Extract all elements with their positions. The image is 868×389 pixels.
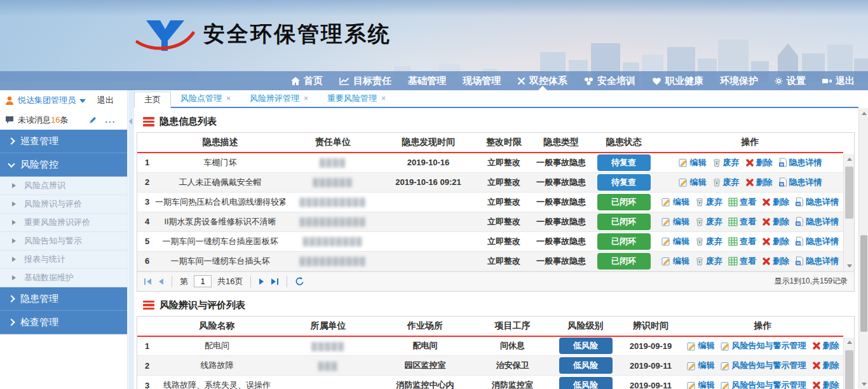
nav-item-dual[interactable]: 双控体系 (509, 71, 576, 90)
more-options-icon[interactable]: ... (105, 115, 116, 125)
delete-link[interactable]: 删除 (812, 360, 839, 371)
tab-风险辨评管理[interactable]: 风险辨评管理× (240, 90, 318, 107)
status-cell: 已闭环 (590, 251, 657, 271)
delete-link[interactable]: 删除 (745, 157, 773, 168)
view-link[interactable]: 查看 (728, 236, 756, 247)
status-badge: 低风险 (559, 377, 613, 389)
detail-link[interactable]: W隐患详情 (795, 196, 839, 208)
edit-link[interactable]: 编辑 (687, 340, 715, 351)
notice-link[interactable]: 风险告知与警示管理 (721, 340, 806, 351)
sidebar-item-重要风险辨识评价[interactable]: 重要风险辨识评价 (0, 214, 127, 232)
discard-link[interactable]: 废弃 (695, 216, 722, 228)
discard-icon (695, 256, 704, 266)
sidebar-item-基础数据维护[interactable]: 基础数据维护 (0, 269, 127, 287)
prev-page-button[interactable] (158, 278, 164, 285)
compose-pencil-icon[interactable] (88, 116, 97, 125)
discard-link[interactable]: 废弃 (695, 256, 722, 267)
delete-link[interactable]: 删除 (812, 379, 839, 389)
scroll-down-icon[interactable] (844, 261, 855, 271)
nav-item-home[interactable]: 首页 (283, 71, 331, 90)
next-page-button[interactable] (259, 278, 265, 285)
tab-重要风险管理[interactable]: 重要风险管理× (318, 90, 395, 107)
discard-link[interactable]: 废弃 (695, 196, 722, 208)
sidebar-item-报表与统计[interactable]: 报表与统计 (0, 250, 127, 269)
refresh-icon[interactable] (295, 276, 304, 286)
scrollbar-thumb[interactable] (845, 167, 853, 219)
nav-item-site[interactable]: 现场管理 (454, 71, 509, 90)
nav-item-target[interactable]: 目标责任 (331, 71, 400, 90)
last-page-button[interactable] (271, 278, 279, 285)
edit-link[interactable]: 编辑 (679, 177, 707, 188)
tab-close-icon[interactable]: × (304, 94, 308, 103)
nav-item-exit[interactable]: 退出 (814, 71, 863, 90)
delete-link[interactable]: 删除 (745, 177, 773, 188)
sidebar-item-风险辨识与评价[interactable]: 风险辨识与评价 (0, 195, 127, 214)
edit-link[interactable]: 编辑 (661, 196, 689, 208)
edit-link[interactable]: 编辑 (687, 379, 715, 389)
delete-link[interactable]: 删除 (762, 216, 789, 228)
discard-link[interactable]: 废弃 (712, 177, 740, 188)
page-scrollbar[interactable] (858, 108, 868, 389)
detail-link[interactable]: W隐患详情 (795, 236, 839, 247)
page-number-input[interactable] (194, 275, 212, 287)
sidebar-group-隐患管理[interactable]: 隐患管理 (0, 287, 127, 311)
first-page-button[interactable] (144, 278, 152, 285)
nav-item-env[interactable]: 环境保护 (712, 71, 766, 90)
scrollbar-thumb[interactable] (860, 235, 867, 332)
scrollbar-thumb[interactable] (845, 350, 853, 389)
nav-item-base[interactable]: 基础管理 (400, 71, 454, 90)
view-link[interactable]: 查看 (728, 256, 756, 267)
edit-link[interactable]: 编辑 (661, 216, 689, 228)
action-label: 编辑 (673, 236, 689, 247)
notice-link[interactable]: 风险告知与警示管理 (721, 379, 806, 389)
sidebar-group-巡查管理[interactable]: 巡查管理 (0, 130, 127, 153)
hazard-table-scrollbar[interactable] (843, 154, 854, 271)
delete-link[interactable]: 删除 (812, 340, 839, 351)
delete-link[interactable]: 删除 (762, 196, 789, 208)
detail-link[interactable]: W隐患详情 (778, 177, 822, 188)
tab-风险点管理[interactable]: 风险点管理× (171, 90, 240, 107)
chevron-down-icon (8, 160, 15, 167)
nav-item-training[interactable]: 安全培训 (576, 71, 644, 90)
discard-link[interactable]: 废弃 (712, 157, 740, 168)
status-badge: 待复查 (597, 154, 651, 171)
delete-link[interactable]: 删除 (762, 236, 789, 247)
sidebar-item-风险点辨识[interactable]: 风险点辨识 (0, 177, 127, 195)
edit-link[interactable]: 编辑 (687, 360, 715, 371)
scroll-up-icon[interactable] (844, 338, 855, 348)
scroll-up-icon[interactable] (844, 154, 855, 164)
delete-link[interactable]: 删除 (762, 256, 789, 267)
tab-close-icon[interactable]: × (226, 94, 231, 103)
detail-link[interactable]: W隐患详情 (795, 256, 839, 267)
redacted-text: ███ (318, 362, 339, 371)
sidebar-group-风险管控[interactable]: 风险管控 (0, 153, 127, 177)
sidebar-item-label: 报表与统计 (24, 254, 65, 265)
discard-link[interactable]: 废弃 (695, 236, 722, 247)
notice-link[interactable]: 风险告知与警示管理 (721, 360, 806, 371)
sidebar-group-检查管理[interactable]: 检查管理 (0, 311, 127, 334)
table-cell: 线路故障 (155, 356, 279, 376)
sidebar-logout-link[interactable]: 退出 (97, 95, 114, 106)
risk-table-scrollbar[interactable] (843, 338, 854, 389)
tab-主页[interactable]: 主页 (134, 92, 171, 108)
edit-link[interactable]: 编辑 (661, 256, 689, 267)
sidebar-item-风险告知与警示[interactable]: 风险告知与警示 (0, 232, 127, 250)
edit-link[interactable]: 编辑 (679, 157, 707, 168)
sidebar-group-label: 检查管理 (20, 317, 58, 329)
chevron-down-icon[interactable] (79, 99, 86, 103)
sidebar-collapse-handle[interactable] (128, 90, 134, 389)
view-icon (728, 257, 738, 266)
tab-close-icon[interactable]: × (381, 94, 386, 103)
unread-messages-label[interactable]: 未读消息16条 (18, 114, 68, 126)
detail-link[interactable]: W隐患详情 (795, 216, 839, 228)
action-label: 编辑 (673, 216, 689, 228)
nav-item-settings[interactable]: 设置 (766, 71, 814, 90)
nav-item-health[interactable]: 职业健康 (644, 71, 712, 90)
edit-link[interactable]: 编辑 (661, 236, 689, 247)
scroll-up-icon[interactable] (859, 108, 868, 118)
view-link[interactable]: 查看 (728, 216, 756, 228)
user-name[interactable]: 悦达集团管理员 (18, 95, 76, 106)
detail-link[interactable]: W隐患详情 (778, 157, 822, 168)
view-link[interactable]: 查看 (728, 196, 756, 208)
scroll-down-icon[interactable] (859, 379, 868, 389)
